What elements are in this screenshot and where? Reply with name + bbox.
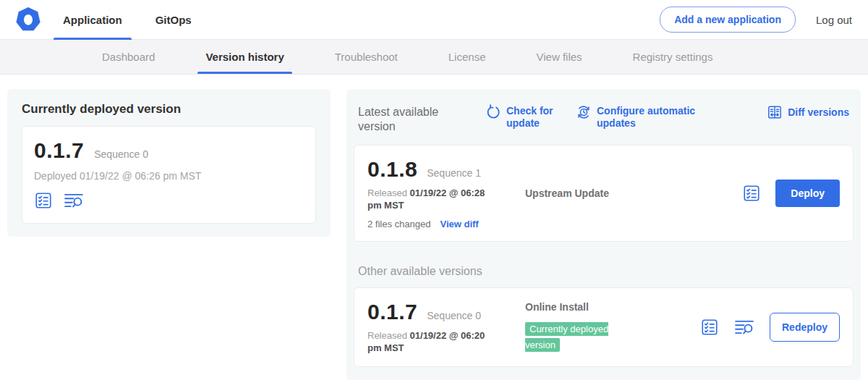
- available-versions-header: Latest available version Check for updat…: [354, 105, 854, 135]
- top-tabs: Application GitOps: [54, 0, 216, 40]
- released-label: Released: [367, 330, 407, 341]
- deploy-logs-icon[interactable]: [63, 191, 85, 210]
- released-label: Released: [367, 187, 407, 198]
- latest-source-label: Upstream Update: [525, 187, 742, 199]
- auto-update-clock-icon: [576, 104, 592, 120]
- tab-gitops[interactable]: GitOps: [146, 0, 201, 40]
- subnav-dashboard-label: Dashboard: [102, 51, 155, 63]
- subnav-item-view-files[interactable]: View files: [528, 40, 590, 74]
- tab-gitops-label: GitOps: [156, 14, 192, 26]
- currently-deployed-title: Currently deployed version: [22, 102, 316, 117]
- diff-versions-link[interactable]: Diff versions: [767, 105, 849, 120]
- latest-sequence-label: Sequence 1: [427, 167, 481, 179]
- tab-application[interactable]: Application: [54, 0, 132, 40]
- check-for-update-link[interactable]: Check for update: [485, 105, 557, 129]
- latest-released-timestamp: Released 01/19/22 @ 06:28 pm MST: [367, 187, 498, 212]
- subnav-license-label: License: [448, 51, 486, 63]
- deploy-logs-icon[interactable]: [733, 318, 755, 337]
- configure-automatic-updates-label: Configure automatic updates: [597, 105, 698, 129]
- deploy-button[interactable]: Deploy: [775, 180, 840, 207]
- add-new-application-button[interactable]: Add a new application: [660, 7, 796, 33]
- other-version-card: 0.1.7 Sequence 0 Released 01/19/22 @ 06:…: [354, 287, 854, 367]
- view-diff-link[interactable]: View diff: [440, 219, 478, 229]
- check-for-update-label: Check for update: [506, 105, 557, 129]
- redeploy-button[interactable]: Redeploy: [770, 313, 840, 342]
- subnav-view-files-label: View files: [536, 51, 582, 63]
- subnav-item-dashboard[interactable]: Dashboard: [94, 40, 163, 74]
- deployed-sequence-label: Sequence 0: [94, 148, 148, 160]
- deployed-timestamp: Deployed 01/19/22 @ 06:26 pm MST: [34, 170, 304, 182]
- tab-application-label: Application: [63, 14, 122, 26]
- other-available-versions-title: Other available versions: [358, 265, 849, 278]
- other-sequence-label: Sequence 0: [427, 310, 481, 321]
- other-version-number: 0.1.7: [367, 300, 417, 324]
- subnav-item-troubleshoot[interactable]: Troubleshoot: [327, 40, 406, 74]
- subnav-registry-settings-label: Registry settings: [633, 51, 713, 63]
- latest-version-card: 0.1.8 Sequence 1 Released 01/19/22 @ 06:…: [354, 145, 854, 242]
- subnav-version-history-label: Version history: [205, 51, 284, 63]
- latest-version-number: 0.1.8: [367, 157, 417, 182]
- subnav-item-version-history[interactable]: Version history: [197, 40, 292, 74]
- latest-available-title: Latest available version: [358, 105, 452, 135]
- app-logo: [14, 6, 42, 33]
- app-subnav: Dashboard Version history Troubleshoot L…: [0, 40, 868, 75]
- diff-icon: [767, 104, 783, 120]
- configure-automatic-updates-link[interactable]: Configure automatic updates: [576, 105, 698, 129]
- top-header: Application GitOps Add a new application…: [0, 0, 868, 40]
- refresh-icon: [485, 104, 501, 120]
- logout-button[interactable]: Log out: [816, 14, 852, 26]
- preflight-checklist-icon[interactable]: [34, 191, 53, 210]
- deployed-version-number: 0.1.7: [34, 138, 84, 163]
- files-changed-label: 2 files changed: [367, 219, 430, 229]
- preflight-checklist-icon[interactable]: [742, 184, 761, 203]
- subnav-troubleshoot-label: Troubleshoot: [335, 51, 398, 63]
- other-released-timestamp: Released 01/19/22 @ 06:20 pm MST: [367, 330, 498, 355]
- other-source-label: Online Install: [525, 301, 700, 313]
- currently-deployed-panel: Currently deployed version 0.1.7 Sequenc…: [7, 89, 331, 237]
- subnav-item-registry-settings[interactable]: Registry settings: [625, 40, 721, 74]
- deployed-version-card: 0.1.7 Sequence 0 Deployed 01/19/22 @ 06:…: [22, 126, 316, 224]
- preflight-checklist-icon[interactable]: [700, 318, 719, 337]
- diff-versions-label: Diff versions: [788, 106, 849, 119]
- subnav-item-license[interactable]: License: [441, 40, 494, 74]
- main-content: Currently deployed version 0.1.7 Sequenc…: [0, 75, 868, 380]
- currently-deployed-badge: Currently deployed version: [525, 322, 608, 352]
- available-versions-panel: Latest available version Check for updat…: [346, 89, 861, 380]
